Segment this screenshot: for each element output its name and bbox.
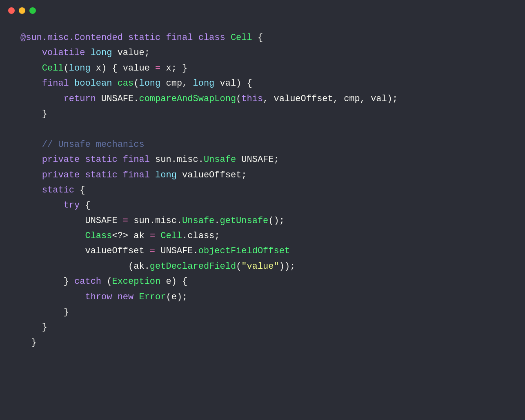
code-line-5: return UNSAFE.compareAndSwapLong(this, v… — [20, 91, 505, 106]
code-line-4: final boolean cas(long cmp, long val) { — [20, 76, 505, 91]
code-line-18: throw new Error(e); — [20, 290, 505, 305]
code-line-2: volatile long value; — [20, 45, 505, 60]
titlebar — [0, 0, 525, 18]
code-editor: @sun.misc.Contended static final class C… — [0, 18, 525, 363]
code-line-10: private static final long valueOffset; — [20, 168, 505, 183]
code-line-21: } — [20, 335, 505, 350]
code-line-1: @sun.misc.Contended static final class C… — [20, 30, 505, 45]
code-line-19: } — [20, 305, 505, 320]
code-line-9: private static final sun.misc.Unsafe UNS… — [20, 152, 505, 167]
close-button[interactable] — [8, 7, 15, 14]
maximize-button[interactable] — [29, 7, 36, 14]
code-line-20: } — [20, 320, 505, 335]
code-line-14: Class<?> ak = Cell.class; — [20, 228, 505, 243]
code-line-15: valueOffset = UNSAFE.objectFieldOffset — [20, 243, 505, 259]
code-line-8: // Unsafe mechanics — [20, 137, 505, 152]
code-line-11: static { — [20, 183, 505, 198]
code-line-6: } — [20, 106, 505, 122]
editor-window: @sun.misc.Contended static final class C… — [0, 0, 525, 420]
code-line-13: UNSAFE = sun.misc.Unsafe.getUnsafe(); — [20, 213, 505, 228]
code-line-17: } catch (Exception e) { — [20, 274, 505, 289]
code-line-16: (ak.getDeclaredField("value")); — [20, 259, 505, 274]
minimize-button[interactable] — [19, 7, 25, 14]
code-line-12: try { — [20, 198, 505, 213]
code-line-7 — [20, 122, 505, 137]
code-line-3: Cell(long x) { value = x; } — [20, 61, 505, 76]
